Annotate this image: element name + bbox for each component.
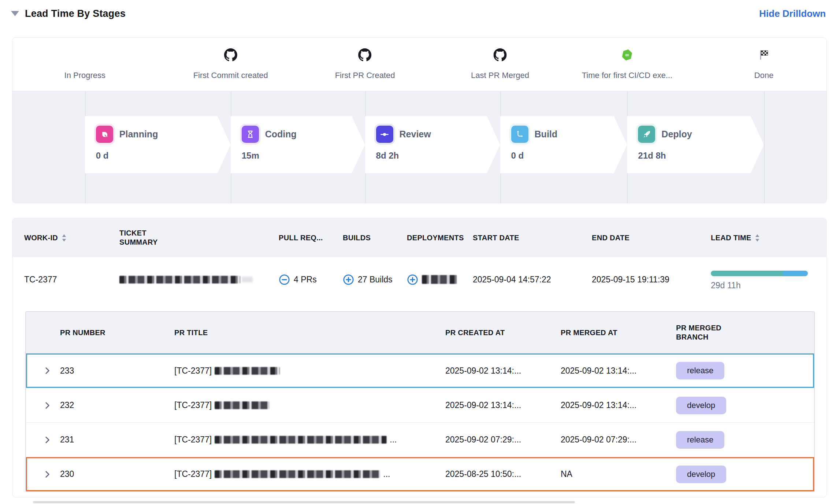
stage-name: Deploy bbox=[661, 129, 692, 140]
sort-icon[interactable] bbox=[755, 234, 760, 242]
start-date-cell: 2025-09-04 14:57:22 bbox=[473, 275, 592, 285]
work-item-row: TC-2377 4 PRs 27 Builds 2025-09-04 14:57… bbox=[12, 257, 827, 302]
milestone: First PR Created bbox=[335, 47, 395, 80]
git-commit-icon bbox=[379, 129, 390, 140]
branch-badge: develop bbox=[676, 397, 726, 414]
pr-merged-at-cell: 2025-09-02 13:14:... bbox=[561, 366, 676, 376]
milestone: Last PR Merged bbox=[471, 47, 529, 80]
jira-status-icon bbox=[79, 49, 91, 61]
pr-created-at-cell: 2025-08-25 10:50:... bbox=[445, 469, 561, 479]
pr-title-prefix: [TC-2377] bbox=[174, 400, 212, 410]
pr-merged-at-cell: NA bbox=[561, 469, 676, 479]
milestones-row: In Progress First Commit created First P… bbox=[12, 38, 827, 91]
pr-row: 232 [TC-2377] 2025-09-02 13:14:... 2025-… bbox=[26, 388, 814, 422]
column-header-pull-requests: PULL REQ... bbox=[279, 233, 343, 242]
stage-name: Planning bbox=[119, 129, 158, 140]
minus-circle-icon bbox=[279, 274, 290, 285]
column-header-work-id[interactable]: WORK-ID bbox=[24, 233, 119, 242]
stage-chevron[interactable]: Review 8d 2h bbox=[365, 116, 500, 173]
branch-badge: release bbox=[676, 431, 724, 449]
milestone: ∞ Time for first CI/CD exe... bbox=[582, 47, 672, 80]
pr-row-expander[interactable] bbox=[42, 401, 52, 410]
checkered-flag-icon bbox=[758, 49, 770, 61]
hide-drilldown-link[interactable]: Hide Drilldown bbox=[759, 8, 826, 19]
end-date-cell: 2025-09-15 19:11:39 bbox=[592, 275, 711, 285]
column-header-ticket-summary: TICKET SUMMARY bbox=[119, 229, 183, 247]
builds-cell[interactable]: 27 Builds bbox=[343, 274, 407, 285]
sort-icon[interactable] bbox=[62, 234, 67, 242]
milestone-label: In Progress bbox=[64, 71, 106, 80]
pr-merged-at-cell: 2025-09-02 13:14:... bbox=[561, 400, 676, 410]
pr-title-suffix: ... bbox=[390, 435, 397, 445]
stage-chevron[interactable]: Build 0 d bbox=[500, 116, 627, 173]
stage-name: Review bbox=[400, 129, 431, 140]
github-icon bbox=[359, 48, 372, 62]
stage-duration: 0 d bbox=[96, 151, 231, 161]
stages-band: Planning 0 d Coding 15m Review 8d 2h bbox=[12, 91, 827, 203]
horizontal-scrollbar[interactable] bbox=[33, 501, 575, 503]
github-icon bbox=[224, 48, 237, 62]
pr-merged-branch-cell: release bbox=[676, 362, 814, 379]
stage-chevron[interactable]: Deploy 21d 8h bbox=[627, 116, 764, 173]
stage-icon-badge bbox=[242, 126, 259, 143]
stage-chevron[interactable]: Coding 15m bbox=[231, 116, 365, 173]
pr-title-prefix: [TC-2377] bbox=[174, 366, 212, 376]
pr-row-expander[interactable] bbox=[42, 470, 52, 479]
lead-time-pipeline-card: In Progress First Commit created First P… bbox=[12, 37, 827, 203]
pr-title-suffix: ... bbox=[383, 469, 390, 479]
milestone-label: First Commit created bbox=[193, 71, 268, 80]
milestone-label: Last PR Merged bbox=[471, 71, 529, 80]
chevron-right-icon bbox=[42, 401, 52, 410]
milestone-label: Time for first CI/CD exe... bbox=[582, 71, 672, 80]
pr-title-cell: [TC-2377] bbox=[174, 400, 445, 410]
pr-created-at-cell: 2025-09-02 07:29:... bbox=[445, 435, 561, 445]
stage-name: Coding bbox=[265, 129, 297, 140]
column-header-start-date: START DATE bbox=[473, 233, 592, 242]
collapse-caret-icon[interactable] bbox=[11, 11, 19, 16]
column-header-lead-time[interactable]: LEAD TIME bbox=[711, 233, 815, 242]
column-header-builds: BUILDS bbox=[343, 233, 407, 242]
pr-merged-branch-cell: develop bbox=[676, 397, 814, 414]
plus-circle-icon bbox=[407, 274, 418, 285]
pr-title-cell: [TC-2377] ... bbox=[174, 469, 445, 479]
lead-time-bar-secondary bbox=[783, 271, 808, 276]
stage-chevron[interactable]: Planning 0 d bbox=[85, 116, 231, 173]
pr-title-prefix: [TC-2377] bbox=[174, 469, 212, 479]
pr-row-expander[interactable] bbox=[42, 435, 52, 445]
milestone: First Commit created bbox=[193, 47, 268, 80]
pr-title-prefix: [TC-2377] bbox=[174, 435, 212, 445]
work-table-header-row: WORK-ID TICKET SUMMARY PULL REQ... BUILD… bbox=[12, 218, 827, 257]
branch-badge: release bbox=[676, 362, 724, 379]
pr-row-expander[interactable] bbox=[42, 366, 52, 375]
pr-number-cell: 233 bbox=[60, 366, 174, 376]
sort-icon bbox=[755, 234, 760, 242]
pull-requests-cell[interactable]: 4 PRs bbox=[279, 274, 343, 285]
milestone: In Progress bbox=[64, 47, 106, 80]
deployments-cell[interactable] bbox=[407, 274, 473, 285]
cicd-icon: ∞ bbox=[621, 49, 633, 61]
github-icon bbox=[494, 48, 507, 62]
pr-created-at-cell: 2025-09-02 13:14:... bbox=[445, 400, 561, 410]
branch-badge: develop bbox=[676, 466, 726, 483]
stage-icon-badge bbox=[511, 126, 528, 143]
build-pipeline-icon bbox=[515, 129, 525, 139]
stage-icon-badge bbox=[376, 126, 393, 143]
lead-time-bar-primary bbox=[711, 271, 783, 276]
page-title: Lead Time By Stages bbox=[25, 8, 126, 19]
chevron-right-icon bbox=[42, 366, 52, 375]
pr-table-header-row: PR NUMBER PR TITLE PR CREATED AT PR MERG… bbox=[26, 312, 814, 353]
pr-merged-branch-cell: release bbox=[676, 431, 814, 449]
stage-duration: 15m bbox=[242, 151, 365, 161]
pr-number-cell: 230 bbox=[60, 469, 174, 479]
lead-time-cell: 29d 11h bbox=[711, 268, 815, 290]
sort-icon bbox=[62, 234, 67, 242]
lead-time-value: 29d 11h bbox=[711, 281, 815, 290]
stage-duration: 0 d bbox=[511, 151, 627, 161]
column-header-end-date: END DATE bbox=[592, 233, 711, 242]
pr-number-cell: 232 bbox=[60, 400, 174, 410]
hourglass-icon bbox=[245, 129, 255, 139]
ticket-summary-cell bbox=[119, 276, 279, 284]
stage-icon-badge bbox=[96, 126, 113, 143]
pr-merged-branch-cell: develop bbox=[676, 466, 814, 483]
stage-duration: 21d 8h bbox=[638, 151, 764, 161]
